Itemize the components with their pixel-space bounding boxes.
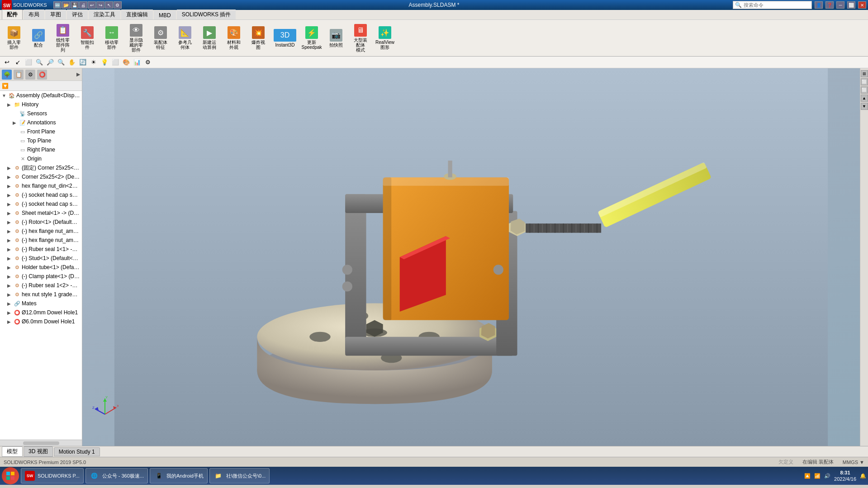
h-scrollbar[interactable]: [23, 441, 59, 445]
tree-item-holder-tube[interactable]: ▶ ⚙ Holder tube<1> (Default<<De: [0, 263, 82, 272]
open-btn[interactable]: 📂: [62, 1, 70, 9]
mate-btn[interactable]: 🔗 配合: [27, 27, 50, 49]
save-btn[interactable]: 💾: [71, 1, 79, 9]
undo-btn[interactable]: ↩: [88, 1, 96, 9]
tree-item-mates[interactable]: ▶ 🔗 Mates: [0, 299, 82, 308]
tree-item-origin[interactable]: ✕ Origin: [0, 154, 82, 163]
tray-icon-2[interactable]: 📶: [814, 473, 821, 479]
tab-direct-edit[interactable]: 直接编辑: [121, 9, 153, 19]
ref-geo-btn[interactable]: 📐 参考几何体: [174, 24, 196, 52]
tree-item-annotations[interactable]: ▶ 📝 Annotations: [0, 118, 82, 127]
tree-item-corner2[interactable]: ▶ ⚙ Corner 25x25<2> (Default<<D: [0, 172, 82, 181]
tree-item-hex-flange3[interactable]: ▶ ⚙ (-) hex flange nut_am<3> (B18: [0, 227, 82, 236]
tree-root[interactable]: ▼ 🏠 Assembly (Default<Display State-: [0, 91, 82, 100]
assembly-feature-btn[interactable]: ⚙ 装配体特征: [149, 24, 172, 52]
restore-btn[interactable]: ⬜: [847, 1, 855, 9]
search-bar[interactable]: 🔍 ▼: [733, 1, 812, 9]
instant3d-btn[interactable]: 3D Instant3D: [271, 27, 299, 49]
display-tab[interactable]: ⭕: [37, 70, 47, 80]
rp-btn-1[interactable]: ⊞: [861, 70, 868, 77]
tab-model[interactable]: 模型: [2, 446, 23, 457]
zoom-to-fit-btn[interactable]: ⬜: [24, 58, 33, 67]
tree-item-history[interactable]: ▶ 📁 History: [0, 100, 82, 109]
material-btn[interactable]: 🎨 材料和外观: [223, 24, 245, 52]
snapshot-btn[interactable]: 📷 拍快照: [325, 27, 347, 49]
redo-btn[interactable]: ↪: [96, 1, 104, 9]
tree-item-rubber2[interactable]: ▶ ⚙ (-) Ruber seal 1<2> -> (Ruber: [0, 281, 82, 290]
select-btn[interactable]: ↖: [105, 1, 113, 9]
tree-item-front-plane[interactable]: ▭ Front Plane: [0, 127, 82, 136]
explode-btn[interactable]: 💥 爆炸视图: [247, 24, 270, 52]
new-btn[interactable]: 🆕: [53, 1, 62, 9]
appearance-btn[interactable]: 🎨: [121, 58, 131, 67]
pan-btn[interactable]: ✋: [67, 58, 77, 67]
tree-item-right-plane[interactable]: ▭ Right Plane: [0, 145, 82, 154]
tree-item-dowel12[interactable]: ▶ ⭕ Ø12.0mm Dowel Hole1: [0, 308, 82, 317]
linear-array-btn[interactable]: 📋 线性零部件阵列: [52, 22, 74, 54]
tree-item-socket1[interactable]: ▶ ⚙ (-) socket head cap screw_am-: [0, 190, 82, 199]
viewport[interactable]: X Y Z: [82, 68, 860, 446]
taskbar-clock[interactable]: 8:31 2022/4/16: [834, 469, 856, 483]
tree-item-top-plane[interactable]: ▭ Top Plane: [0, 136, 82, 145]
tray-icon-3[interactable]: 🔊: [824, 473, 830, 479]
taskbar-folder[interactable]: 📁 社\微信公众号\0...: [209, 468, 270, 483]
tree-item-rotor[interactable]: ▶ ⚙ (-) Rotor<1> (Default<<Defau: [0, 218, 82, 227]
realview-btn[interactable]: ✨ RealView图形: [374, 24, 396, 52]
tree-item-socket2[interactable]: ▶ ⚙ (-) socket head cap screw_am-: [0, 199, 82, 208]
tray-icon-1[interactable]: 🔼: [804, 473, 811, 479]
insert-part-btn[interactable]: 📦 插入零部件: [3, 24, 25, 52]
large-asm-btn[interactable]: 🖥 大型装配体模式: [349, 22, 372, 54]
taskbar-android[interactable]: 📱 我的Android手机: [150, 468, 208, 483]
close-btn[interactable]: ✕: [858, 1, 866, 9]
status-units[interactable]: MMGS ▼: [843, 460, 864, 465]
rp-btn-5[interactable]: ▼: [861, 103, 868, 110]
smart-fastener-btn[interactable]: 🔧 智能扣件: [76, 24, 99, 52]
options-btn[interactable]: ⚙: [114, 1, 122, 9]
config-tab[interactable]: ⚙: [25, 70, 35, 80]
tab-assemble[interactable]: 配件: [2, 9, 23, 19]
tree-item-sensors[interactable]: 📡 Sensors: [0, 109, 82, 118]
tree-item-clamp-plate[interactable]: ▶ ⚙ (-) Clamp plate<1> (Default<<: [0, 272, 82, 281]
rotate-btn[interactable]: 🔄: [78, 58, 88, 67]
help-btn[interactable]: ❓: [825, 1, 834, 9]
search-input[interactable]: [744, 2, 802, 8]
tab-mbd[interactable]: MBD: [154, 11, 176, 19]
lighting-btn[interactable]: 💡: [100, 58, 109, 67]
property-tab[interactable]: 📋: [14, 70, 24, 80]
tab-render[interactable]: 渲染工具: [89, 9, 120, 19]
speedpak-btn[interactable]: ⚡ 更新Speedpak: [300, 24, 323, 52]
rp-btn-4[interactable]: ▲: [861, 95, 868, 102]
section-view-btn[interactable]: 📊: [132, 58, 142, 67]
move-component-btn[interactable]: ↔ 移动零部件: [100, 24, 123, 52]
rp-btn-2[interactable]: ⬜: [861, 78, 868, 85]
minimize-btn[interactable]: ─: [836, 1, 844, 9]
tree-item-corner1[interactable]: ▶ ⚙ (固定) Corner 25x25<1> (Defa: [0, 163, 82, 172]
user-btn[interactable]: 👤: [815, 1, 823, 9]
tree-item-hex-nut[interactable]: ▶ ⚙ hex nut style 1 gradeab_din<2: [0, 290, 82, 299]
show-hidden-btn[interactable]: 👁 显示隐藏的零部件: [125, 22, 147, 54]
view-orient-btn[interactable]: ↩: [2, 58, 12, 67]
tree-item-rubber1[interactable]: ▶ ⚙ (-) Ruber seal 1<1> -> (Defaul: [0, 245, 82, 254]
expand-panel-btn[interactable]: ▶: [76, 71, 80, 77]
tab-layout[interactable]: 布局: [24, 9, 44, 19]
new-motion-btn[interactable]: ▶ 新建运动算例: [198, 24, 221, 52]
tree-item-sheet-metal[interactable]: ▶ ⚙ Sheet metal<1> -> (Default<<: [0, 208, 82, 218]
display-style-btn[interactable]: ☀: [89, 58, 99, 67]
notification-btn[interactable]: 🔔: [860, 473, 866, 479]
start-button[interactable]: [2, 467, 19, 484]
tab-sketch[interactable]: 草图: [45, 9, 66, 19]
tab-plugins[interactable]: SOLIDWORKS 插件: [177, 9, 236, 19]
tree-item-hex-flange2[interactable]: ▶ ⚙ hex flange nut_din<2> (Hexag: [0, 181, 82, 190]
zoom-in-btn[interactable]: 🔍: [34, 58, 44, 67]
view-settings-btn[interactable]: ⚙: [143, 58, 153, 67]
feature-tree-tab[interactable]: 🌳: [2, 70, 12, 80]
tree-item-hex-flange4[interactable]: ▶ ⚙ (-) hex flange nut_am<4> (B18: [0, 236, 82, 245]
tab-evaluate[interactable]: 评估: [67, 9, 88, 19]
taskbar-chrome[interactable]: 🌐 公众号 - 360极速...: [85, 468, 148, 483]
taskbar-sw[interactable]: SW SOLIDWORKS P...: [21, 468, 84, 483]
print-btn[interactable]: 🖨: [79, 1, 87, 9]
tree-item-dowel6[interactable]: ▶ ⭕ Ø6.0mm Dowel Hole1: [0, 317, 82, 326]
tab-motion[interactable]: Motion Study 1: [54, 447, 100, 456]
zoom-select-btn[interactable]: 🔍: [56, 58, 66, 67]
view-orient2-btn[interactable]: ↙: [13, 58, 23, 67]
